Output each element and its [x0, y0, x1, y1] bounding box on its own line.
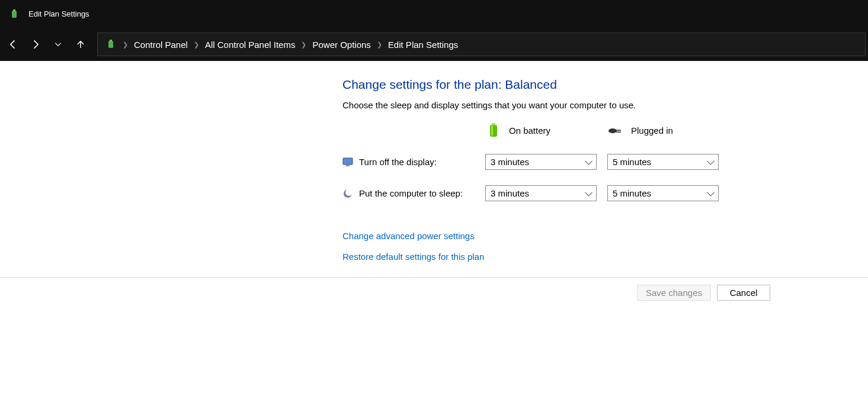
- link-advanced-settings[interactable]: Change advanced power settings: [342, 231, 475, 241]
- content-area: Change settings for the plan: Balanced C…: [0, 61, 868, 278]
- column-header-plugged: Plugged in: [607, 122, 720, 139]
- sleep-battery-combo[interactable]: 3 minutes: [485, 185, 597, 201]
- breadcrumb-control-panel[interactable]: Control Panel: [132, 40, 190, 50]
- column-header-plugged-label: Plugged in: [631, 125, 673, 136]
- svg-point-13: [345, 189, 353, 196]
- footer: Save changes Cancel: [0, 278, 868, 307]
- svg-rect-10: [343, 158, 353, 165]
- breadcrumb-all-items[interactable]: All Control Panel Items: [203, 40, 298, 50]
- display-battery-value: 3 minutes: [491, 157, 529, 167]
- svg-rect-0: [12, 11, 17, 18]
- svg-rect-6: [491, 126, 493, 136]
- svg-rect-2: [108, 41, 113, 48]
- chevron-right-icon: ❯: [300, 41, 308, 49]
- row-label-display: Turn off the display:: [342, 157, 476, 168]
- row-label-display-text: Turn off the display:: [359, 157, 437, 167]
- display-battery-combo[interactable]: 3 minutes: [485, 154, 597, 170]
- sleep-plugged-value: 5 minutes: [613, 188, 651, 198]
- address-bar[interactable]: ❯ Control Panel ❯ All Control Panel Item…: [97, 33, 866, 56]
- nav-back-button[interactable]: [2, 34, 24, 55]
- column-header-battery-label: On battery: [509, 125, 550, 136]
- nav-recent-dropdown[interactable]: [47, 34, 69, 55]
- display-plugged-combo[interactable]: 5 minutes: [607, 154, 719, 170]
- nav-forward-button[interactable]: [25, 34, 46, 55]
- display-plugged-value: 5 minutes: [613, 157, 651, 167]
- sleep-plugged-combo[interactable]: 5 minutes: [607, 185, 719, 201]
- svg-rect-3: [110, 40, 112, 41]
- settings-grid: On battery Plugged in Turn off the displ…: [342, 122, 769, 201]
- svg-point-7: [608, 128, 617, 133]
- svg-rect-5: [492, 123, 495, 125]
- window-title: Edit Plan Settings: [28, 9, 89, 18]
- moon-icon: [342, 188, 353, 199]
- battery-icon: [485, 122, 502, 139]
- row-label-sleep-text: Put the computer to sleep:: [359, 188, 463, 198]
- row-label-sleep: Put the computer to sleep:: [342, 188, 476, 199]
- breadcrumb-edit-plan-settings[interactable]: Edit Plan Settings: [386, 40, 460, 50]
- save-changes-button[interactable]: Save changes: [637, 285, 711, 301]
- chevron-right-icon: ❯: [193, 41, 200, 49]
- svg-rect-9: [616, 131, 621, 133]
- svg-rect-8: [616, 130, 621, 131]
- battery-path-icon: [103, 36, 119, 53]
- chevron-right-icon: ❯: [376, 41, 383, 49]
- cancel-button[interactable]: Cancel: [717, 285, 770, 301]
- links-section: Change advanced power settings Restore d…: [342, 231, 769, 262]
- sleep-battery-value: 3 minutes: [491, 188, 529, 198]
- link-restore-defaults[interactable]: Restore default settings for this plan: [342, 252, 484, 262]
- navbar: ❯ Control Panel ❯ All Control Panel Item…: [0, 28, 868, 61]
- breadcrumb-power-options[interactable]: Power Options: [310, 40, 373, 50]
- page-heading: Change settings for the plan: Balanced: [342, 78, 769, 92]
- svg-rect-4: [490, 125, 497, 137]
- chevron-right-icon: ❯: [121, 41, 129, 49]
- column-header-battery: On battery: [485, 122, 598, 139]
- page-subheading: Choose the sleep and display settings th…: [342, 100, 769, 110]
- nav-up-button[interactable]: [70, 34, 91, 55]
- battery-app-icon: [6, 6, 23, 22]
- titlebar: Edit Plan Settings: [0, 0, 868, 28]
- svg-rect-11: [346, 165, 350, 166]
- monitor-icon: [342, 157, 353, 168]
- svg-rect-1: [13, 9, 15, 11]
- plug-icon: [607, 122, 624, 139]
